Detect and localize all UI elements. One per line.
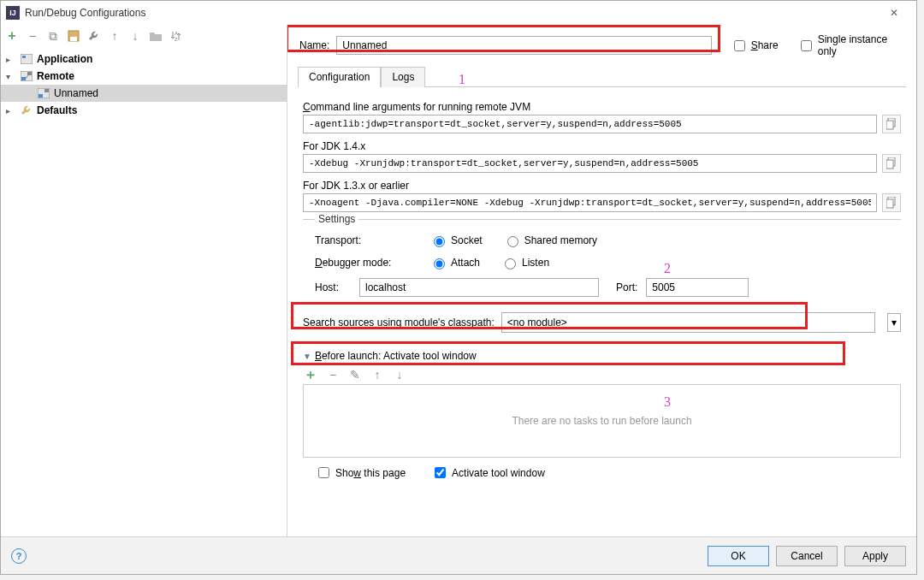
- svg-rect-1: [70, 37, 77, 41]
- host-input[interactable]: [359, 278, 599, 297]
- transport-socket-radio[interactable]: Socket: [429, 234, 483, 247]
- cancel-button[interactable]: Cancel: [776, 546, 838, 566]
- help-icon[interactable]: ?: [11, 548, 27, 564]
- application-icon: [20, 53, 33, 65]
- settings-legend: Settings: [315, 213, 358, 225]
- add-task-icon[interactable]: ＋: [303, 367, 318, 382]
- jdk14-input[interactable]: [303, 154, 877, 173]
- transport-shared-radio[interactable]: Shared memory: [503, 234, 597, 247]
- svg-rect-14: [886, 121, 893, 129]
- ok-button[interactable]: OK: [708, 546, 769, 566]
- titlebar: IJ Run/Debug Configurations ✕: [1, 1, 916, 25]
- copy-icon[interactable]: [882, 115, 901, 133]
- host-label: Host:: [315, 281, 351, 293]
- app-icon: IJ: [6, 6, 20, 20]
- jdk13-label: For JDK 1.3.x or earlier: [303, 180, 901, 192]
- down-task-icon: ↓: [392, 367, 407, 382]
- chevron-down-icon[interactable]: ▾: [887, 313, 901, 332]
- up-icon: ↑: [107, 28, 122, 44]
- single-instance-checkbox[interactable]: Single instance only: [797, 33, 908, 57]
- expand-icon[interactable]: ▸: [6, 106, 16, 115]
- remove-task-icon: −: [325, 367, 341, 382]
- tab-bar: Configuration Logs: [298, 66, 906, 87]
- jdk14-label: For JDK 1.4.x: [303, 140, 901, 152]
- tasks-empty: There are no tasks to run before launch: [303, 384, 901, 458]
- wrench-small-icon: [20, 104, 33, 116]
- mode-attach-radio[interactable]: Attach: [429, 256, 480, 269]
- cmd-line-label: Command line arguments for running remot…: [303, 101, 901, 113]
- module-label: Search sources using module's classpath:: [303, 317, 495, 328]
- settings-group: Settings Transport: Socket Shared memory…: [303, 219, 901, 300]
- tab-configuration[interactable]: Configuration: [298, 67, 381, 87]
- port-label: Port:: [616, 281, 637, 293]
- up-task-icon: ↑: [370, 367, 385, 382]
- sort-icon[interactable]: AZ: [169, 28, 184, 44]
- name-label: Name:: [299, 39, 329, 51]
- close-icon[interactable]: ✕: [877, 2, 911, 24]
- tree-node-defaults[interactable]: ▸ Defaults: [1, 102, 287, 119]
- collapse-triangle-icon: ▼: [303, 352, 311, 361]
- before-launch-header[interactable]: ▼ Before launch: Activate tool window: [303, 350, 901, 362]
- transport-label: Transport:: [315, 234, 409, 246]
- svg-text:A: A: [175, 31, 178, 36]
- expand-icon[interactable]: ▸: [6, 55, 16, 64]
- svg-rect-5: [22, 56, 26, 58]
- copy-icon[interactable]: [882, 193, 901, 212]
- svg-rect-4: [21, 54, 33, 64]
- svg-rect-18: [886, 199, 893, 208]
- tree-label-application: Application: [37, 53, 92, 65]
- name-input[interactable]: [336, 36, 711, 55]
- port-input[interactable]: [646, 278, 749, 297]
- svg-text:Z: Z: [175, 37, 178, 42]
- svg-rect-12: [44, 89, 49, 92]
- apply-button[interactable]: Apply: [844, 546, 906, 566]
- dialog-footer: ? OK Cancel Apply: [1, 536, 916, 574]
- tree-label-unnamed: Unnamed: [54, 87, 98, 99]
- down-icon: ↓: [127, 28, 143, 44]
- debugger-mode-label: Debugger mode:: [315, 257, 409, 269]
- save-config-icon[interactable]: [66, 28, 81, 44]
- tree-node-remote[interactable]: ▾ Remote: [1, 68, 287, 85]
- remove-config-icon[interactable]: −: [25, 28, 40, 44]
- remote-leaf-icon: [37, 87, 50, 99]
- copy-config-icon[interactable]: ⧉: [45, 28, 61, 44]
- svg-rect-7: [21, 77, 26, 80]
- remote-icon: [20, 70, 33, 82]
- module-select[interactable]: <no module>: [501, 312, 875, 333]
- tree-label-defaults: Defaults: [37, 104, 77, 116]
- activate-tool-window-checkbox[interactable]: Activate tool window: [431, 465, 545, 481]
- add-config-icon[interactable]: +: [4, 28, 20, 44]
- tree-node-unnamed[interactable]: Unnamed: [1, 85, 287, 102]
- svg-rect-11: [38, 94, 43, 98]
- dialog-title: Run/Debug Configurations: [25, 7, 877, 19]
- tab-logs[interactable]: Logs: [381, 67, 425, 87]
- left-toolbar: + − ⧉ ↑ ↓ AZ: [1, 25, 287, 47]
- tree-node-application[interactable]: ▸ Application: [1, 50, 287, 68]
- share-checkbox[interactable]: Share: [731, 38, 779, 54]
- cmd-line-input[interactable]: [303, 115, 877, 133]
- collapse-icon[interactable]: ▾: [6, 72, 16, 81]
- left-pane: + − ⧉ ↑ ↓ AZ ▸ Application ▾ R: [1, 25, 287, 536]
- before-launch-section: ▼ Before launch: Activate tool window ＋ …: [303, 350, 901, 481]
- wrench-icon[interactable]: [86, 28, 102, 44]
- edit-task-icon: ✎: [347, 367, 363, 382]
- mode-listen-radio[interactable]: Listen: [500, 256, 549, 269]
- tree-label-remote: Remote: [37, 70, 74, 82]
- svg-rect-16: [886, 160, 893, 169]
- config-tree: ▸ Application ▾ Remote Unnamed ▸ Default…: [1, 47, 287, 536]
- right-pane: Name: Share Single instance only Configu…: [287, 25, 916, 536]
- folder-icon[interactable]: [148, 28, 163, 44]
- jdk13-input[interactable]: [303, 193, 877, 212]
- copy-icon[interactable]: [882, 154, 901, 173]
- show-this-page-checkbox[interactable]: Show this page: [315, 465, 406, 481]
